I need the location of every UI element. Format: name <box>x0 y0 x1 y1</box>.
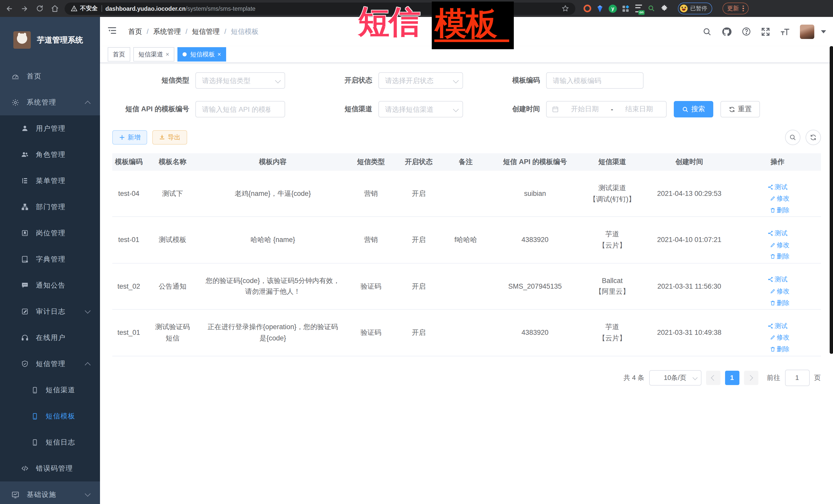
extension-green-icon[interactable]: y <box>609 4 617 13</box>
test-link[interactable]: 测试 <box>767 228 787 238</box>
fullscreen-icon[interactable] <box>761 27 770 36</box>
browser-menu-icon[interactable] <box>742 5 744 13</box>
export-button[interactable]: 导出 <box>152 130 187 145</box>
pen-icon <box>769 335 776 341</box>
tab-sms-channel[interactable]: 短信渠道× <box>133 47 174 62</box>
refresh-table-button[interactable] <box>805 130 821 145</box>
reset-button[interactable]: 重置 <box>720 101 760 117</box>
page-size-select[interactable]: 10条/页 <box>649 370 701 385</box>
forward-icon[interactable] <box>21 4 29 13</box>
reload-icon[interactable] <box>36 5 44 12</box>
sidebar-item-error-codes[interactable]: 错误码管理 <box>0 455 100 481</box>
sidebar-item-audit-log[interactable]: 审计日志 <box>0 298 100 325</box>
breadcrumb-home[interactable]: 首页 <box>128 27 142 36</box>
col-header: 创建时间 <box>645 153 734 171</box>
sidebar-item-sms[interactable]: 短信管理 <box>0 351 100 377</box>
sidebar-item-roles[interactable]: 角色管理 <box>0 142 100 168</box>
api-template-input[interactable] <box>195 101 285 117</box>
test-link[interactable]: 测试 <box>767 274 787 285</box>
breadcrumb-system[interactable]: 系统管理 <box>153 27 181 36</box>
annotation-title-pink: 短信 <box>358 6 420 38</box>
sidebar-item-sms-channel[interactable]: 短信渠道 <box>0 377 100 403</box>
current-page[interactable]: 1 <box>725 370 739 385</box>
delete-link[interactable]: 删除 <box>769 344 789 354</box>
extension-grid-icon[interactable] <box>621 4 630 13</box>
app-logo-row[interactable]: 芋道管理系统 <box>0 17 100 63</box>
annotation-title-box: 模板 <box>432 2 514 49</box>
breadcrumb: 首页 / 系统管理 / 短信管理 / 短信模板 <box>128 27 259 36</box>
collapse-sidebar-icon[interactable] <box>105 24 119 40</box>
sidebar-item-home[interactable]: 首页 <box>0 63 100 89</box>
github-icon[interactable] <box>721 26 732 37</box>
table-row: test_02 公告通知 您的验证码{code}，该验证码5分钟内有效， 请勿泄… <box>112 263 821 310</box>
scrollbar-thumb[interactable] <box>829 46 833 354</box>
extension-search-icon[interactable] <box>647 4 655 13</box>
next-page-button[interactable] <box>744 370 758 385</box>
prev-page-button[interactable] <box>706 370 720 385</box>
cell-api-id: suibian <box>490 171 580 217</box>
search-icon[interactable] <box>702 27 712 36</box>
date-range-picker[interactable]: 开始日期 - 结束日期 <box>546 101 667 117</box>
sidebar-item-online-users[interactable]: 在线用户 <box>0 325 100 351</box>
sidebar-item-infrastructure[interactable]: 基础设施 <box>0 481 100 504</box>
edit-link[interactable]: 修改 <box>769 240 789 250</box>
delete-link[interactable]: 删除 <box>769 205 789 215</box>
tab-sms-template[interactable]: 短信模板× <box>177 47 226 62</box>
template-code-input[interactable] <box>546 72 644 89</box>
user-avatar[interactable] <box>800 24 814 39</box>
cell-api-id: SMS_207945135 <box>490 263 580 310</box>
search-button[interactable]: 搜索 <box>674 101 713 117</box>
table-header-row: 模板编码 模板名称 模板内容 短信类型 开启状态 备注 短信 API 的模板编号… <box>112 153 821 171</box>
bookmark-star-icon[interactable] <box>562 5 569 12</box>
breadcrumb-sms[interactable]: 短信管理 <box>192 27 220 36</box>
trash-icon <box>769 207 776 213</box>
close-icon[interactable]: × <box>166 51 169 58</box>
show-search-button[interactable] <box>785 130 800 145</box>
help-icon[interactable] <box>741 27 751 37</box>
cell-remark: f哈哈哈 <box>442 217 490 263</box>
profile-paused-chip[interactable]: 已暂停 <box>678 3 712 14</box>
sidebar-item-system[interactable]: 系统管理 <box>0 89 100 115</box>
extension-gem-icon[interactable] <box>596 4 604 13</box>
phone-icon <box>31 412 39 419</box>
status-select[interactable] <box>378 72 463 89</box>
close-icon[interactable]: × <box>217 51 221 58</box>
cell-create-time: 2021-03-31 11:56:30 <box>645 263 734 310</box>
chevron-up-icon <box>85 362 91 368</box>
avatar-caret-icon[interactable] <box>821 30 826 33</box>
sidebar-item-menus[interactable]: 菜单管理 <box>0 168 100 194</box>
font-size-icon[interactable] <box>780 26 790 37</box>
edit-link[interactable]: 修改 <box>769 193 789 203</box>
sms-type-select[interactable] <box>195 72 285 89</box>
plus-icon <box>119 134 125 141</box>
tab-home[interactable]: 首页 <box>108 47 130 62</box>
create-time-label: 创建时间 <box>463 104 546 114</box>
test-link[interactable]: 测试 <box>767 182 787 192</box>
add-button[interactable]: 新增 <box>112 130 147 145</box>
sidebar-item-dict[interactable]: 字典管理 <box>0 246 100 272</box>
sidebar-item-departments[interactable]: 部门管理 <box>0 194 100 220</box>
chevron-down-icon <box>692 375 697 380</box>
delete-link[interactable]: 删除 <box>769 297 789 308</box>
sidebar-item-users[interactable]: 用户管理 <box>0 115 100 142</box>
id-badge-icon <box>21 229 29 237</box>
channel-select[interactable] <box>378 101 463 117</box>
home-icon[interactable] <box>51 4 59 13</box>
sidebar-item-sms-template[interactable]: 短信模板 <box>0 403 100 429</box>
delete-link[interactable]: 删除 <box>769 251 789 262</box>
extension-orange-icon[interactable] <box>583 4 591 13</box>
back-icon[interactable] <box>5 4 13 13</box>
sidebar-item-sms-log[interactable]: 短信日志 <box>0 429 100 455</box>
cell-code: test_01 <box>112 309 145 356</box>
goto-page-input[interactable] <box>785 369 809 386</box>
test-link[interactable]: 测试 <box>767 321 787 331</box>
edit-link[interactable]: 修改 <box>769 333 789 343</box>
sidebar-item-posts[interactable]: 岗位管理 <box>0 220 100 246</box>
sidebar-item-notice[interactable]: 通知公告 <box>0 272 100 298</box>
browser-update-button[interactable]: 更新 <box>722 3 748 14</box>
edit-link[interactable]: 修改 <box>769 286 789 296</box>
cell-status: 开启 <box>396 263 442 310</box>
extension-list-icon[interactable]: on <box>634 4 643 13</box>
extensions-puzzle-icon[interactable] <box>660 4 668 13</box>
table-row: test_01 测试验证码 短信 正在进行登录操作{operation}，您的验… <box>112 309 821 356</box>
